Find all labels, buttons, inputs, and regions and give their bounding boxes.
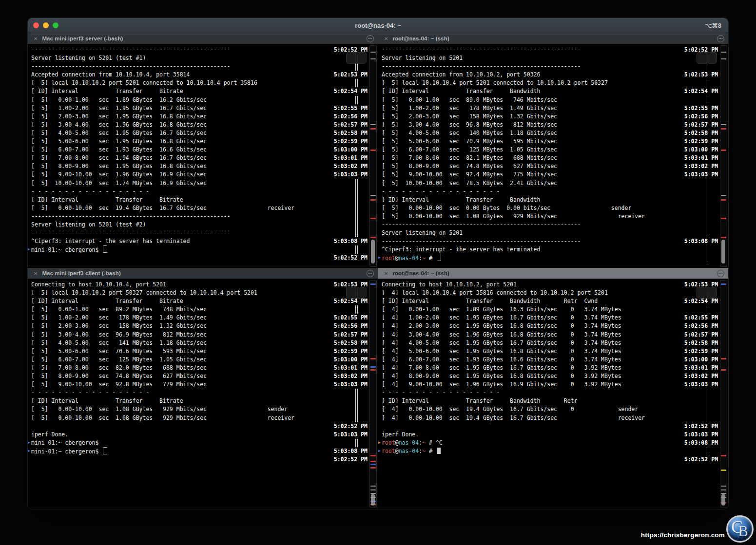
terminal-line: [ 4] 5.00-6.00 sec 1.95 GBytes 16.8 Gbit… <box>378 347 728 356</box>
timestamp-bars <box>355 188 358 196</box>
terminal-line: 5:02:52 PM <box>378 422 728 431</box>
terminal-line: [ 4] 0.00-10.00 sec 19.4 GBytes 16.7 Gbi… <box>378 414 728 422</box>
terminal-line: [ ID] Interval Transfer Bandwidth <box>378 196 728 204</box>
line-timestamp: 5:03:08 PM <box>684 439 718 447</box>
terminal-line: [ 5] 8.00-9.00 sec 74.8 MBytes 627 Mbits… <box>28 372 378 380</box>
line-text: Accepted connection from 10.10.10.2, por… <box>382 71 540 79</box>
line-timestamp: 5:02:53 PM <box>684 71 718 79</box>
line-text: Server listening on 5201 (test #1) <box>31 54 146 62</box>
peek-overlay <box>346 52 367 64</box>
line-text: [ 5] 2.00-3.00 sec 158 MBytes 1.32 Gbits… <box>382 113 557 121</box>
terminal-line: - - - - - - - - - - - - - - - - - - <box>28 188 378 196</box>
pane-scrollbar[interactable] <box>369 280 377 507</box>
line-text: [ 5] local 10.10.10.2 port 50327 connect… <box>31 289 257 297</box>
line-timestamp: 5:02:58 PM <box>334 339 368 347</box>
terminal-line: [ 5] local 10.10.10.2 port 50327 connect… <box>28 289 378 297</box>
footer-url[interactable]: https://chrisbergeron.com <box>641 531 725 539</box>
terminal-line: [ 5] 9.00-10.00 sec 92.4 MBytes 775 Mbit… <box>378 170 728 179</box>
terminal-line: [ 4] local 10.10.10.4 port 35816 connect… <box>378 289 728 297</box>
terminal-line: Accepted connection from 10.10.10.2, por… <box>378 71 728 79</box>
line-text: [ ID] Interval Transfer Bandwidth <box>382 196 540 204</box>
line-text: [ 4] local 10.10.10.4 port 35816 connect… <box>382 289 608 297</box>
terminal-line: ^Ciperf3: interrupt - the server has ter… <box>28 237 378 245</box>
timestamp-bars <box>355 204 358 212</box>
line-text: [ 5] 6.00-7.00 sec 125 MBytes 1.05 Gbits… <box>31 356 207 364</box>
peek-overlay <box>697 52 717 64</box>
line-text: - - - - - - - - - - - - - - - - - - <box>31 188 149 196</box>
scrollbar-thumb[interactable] <box>721 240 726 263</box>
line-text: [ 5] 9.00-10.00 sec 92.8 MBytes 779 Mbit… <box>31 380 207 389</box>
terminal-line: [ 5] 0.00-10.00 sec 1.08 GBytes 929 Mbit… <box>28 414 378 422</box>
terminal-line: [ 5] 0.00-10.00 sec 19.4 GBytes 16.7 Gbi… <box>28 204 378 212</box>
line-text: [ 5] 0.00-1.00 sec 89.0 MBytes 746 Mbits… <box>382 96 557 104</box>
terminal-line: [ 5] 6.00-7.00 sec 1.93 GBytes 16.6 Gbit… <box>28 146 378 154</box>
line-text: [ ID] Interval Transfer Bandwidth <box>382 87 540 95</box>
pane-titlebar[interactable]: ✕Mac mini iperf3 client (-bash)••• <box>28 268 378 279</box>
pane-close-icon[interactable]: ✕ <box>34 271 38 276</box>
scrollbar-mark <box>370 464 376 465</box>
terminal-line: 5:02:52 PM <box>28 455 378 464</box>
terminal-line: ▶mini-01:~ cbergeron$ <box>28 439 378 447</box>
terminal-line: ----------------------------------------… <box>378 221 728 229</box>
pane-scrollbar[interactable] <box>720 45 727 267</box>
line-text: [ 4] 5.00-6.00 sec 1.95 GBytes 16.8 Gbit… <box>382 347 621 356</box>
pane-titlebar[interactable]: ✕root@nas-04: ~ (ssh)••• <box>378 268 728 279</box>
terminal-line: [ 4] 6.00-7.00 sec 1.93 GBytes 16.6 Gbit… <box>378 356 728 364</box>
timestamp-bars <box>355 439 358 447</box>
terminal-pane-tr: ✕root@nas-04: ~ (ssh)•••----------------… <box>378 33 728 268</box>
pane-menu-icon[interactable]: ••• <box>367 35 374 42</box>
line-text: [ 4] 3.00-4.00 sec 1.96 GBytes 16.8 Gbit… <box>382 331 621 339</box>
line-text: Server listening on 5201 <box>382 54 463 62</box>
scrollbar-mark <box>370 124 376 125</box>
window-title: root@nas-04: ~ <box>28 22 728 29</box>
prompt-mark-icon: ▶ <box>28 441 30 445</box>
terminal-line: [ 4] 9.00-10.00 sec 1.96 GBytes 16.9 Gbi… <box>378 380 728 389</box>
pane-scrollbar[interactable] <box>369 45 377 267</box>
scrollbar-mark <box>721 199 726 201</box>
scrollbar-mark <box>370 369 376 371</box>
scrollbar-mark <box>370 358 376 359</box>
terminal-line: iperf Done.5:03:03 PM <box>378 431 728 439</box>
terminal-line: 5:02:52 PM <box>28 254 378 262</box>
terminal-line: ▶mini-01:~ cbergeron$ <box>28 245 378 254</box>
pane-grid: ✕Mac mini iperf3 server (-bash)•••------… <box>28 33 728 508</box>
pane-close-icon[interactable]: ✕ <box>384 36 388 41</box>
line-text: [ 5] 9.00-10.00 sec 92.4 MBytes 775 Mbit… <box>382 170 557 179</box>
scrollbar-thumb[interactable] <box>721 494 726 506</box>
line-text: [ 5] 4.00-5.00 sec 1.95 GBytes 16.7 Gbit… <box>31 129 207 137</box>
pane-menu-icon[interactable]: ••• <box>717 270 724 277</box>
line-timestamp: 5:03:08 PM <box>334 447 368 455</box>
line-text: [ ID] Interval Transfer Bandwidth Retr C… <box>382 297 598 305</box>
scrollbar-mark <box>370 283 376 285</box>
scrollbar-thumb[interactable] <box>371 240 375 263</box>
terminal-line: [ 5] 8.00-9.00 sec 74.8 MBytes 627 Mbits… <box>378 162 728 170</box>
scrollbar-mark <box>370 455 376 456</box>
scrollbar-thumb[interactable] <box>371 494 375 506</box>
scrollbar-mark <box>721 58 726 59</box>
line-text: root@nas-04:~ # <box>382 254 441 262</box>
pane-menu-icon[interactable]: ••• <box>717 35 724 42</box>
timestamp-bars <box>355 389 358 397</box>
pane-titlebar[interactable]: ✕Mac mini iperf3 server (-bash)••• <box>28 33 378 44</box>
timestamp-bars <box>355 305 358 314</box>
pane-menu-icon[interactable]: ••• <box>367 270 374 277</box>
pane-close-icon[interactable]: ✕ <box>34 36 38 41</box>
pane-titlebar[interactable]: ✕root@nas-04: ~ (ssh)••• <box>378 33 728 44</box>
line-text: [ 5] 0.00-10.00 sec 1.08 GBytes 929 Mbit… <box>382 212 645 221</box>
pane-scrollbar[interactable] <box>720 280 727 507</box>
line-timestamp: 5:02:57 PM <box>684 331 718 339</box>
scrollbar-mark <box>370 199 376 201</box>
timestamp-bars <box>355 196 358 204</box>
line-text: [ 5] 4.00-5.00 sec 141 MBytes 1.18 Gbits… <box>31 339 207 347</box>
line-timestamp: 5:02:57 PM <box>334 121 368 129</box>
terminal-cursor <box>437 254 441 261</box>
terminal-line: ^Ciperf3: interrupt - the server has ter… <box>378 245 728 254</box>
line-text: ----------------------------------------… <box>31 229 231 237</box>
line-text: [ 4] 4.00-5.00 sec 1.95 GBytes 16.7 Gbit… <box>382 339 621 347</box>
pane-close-icon[interactable]: ✕ <box>384 271 388 276</box>
window-titlebar[interactable]: root@nas-04: ~ ⌥⌘8 <box>28 18 728 33</box>
terminal-line: ----------------------------------------… <box>378 62 728 71</box>
terminal-line: [ 4] 4.00-5.00 sec 1.95 GBytes 16.7 Gbit… <box>378 339 728 347</box>
line-text: mini-01:~ cbergeron$ <box>31 439 102 447</box>
timestamp-bars <box>706 389 708 397</box>
